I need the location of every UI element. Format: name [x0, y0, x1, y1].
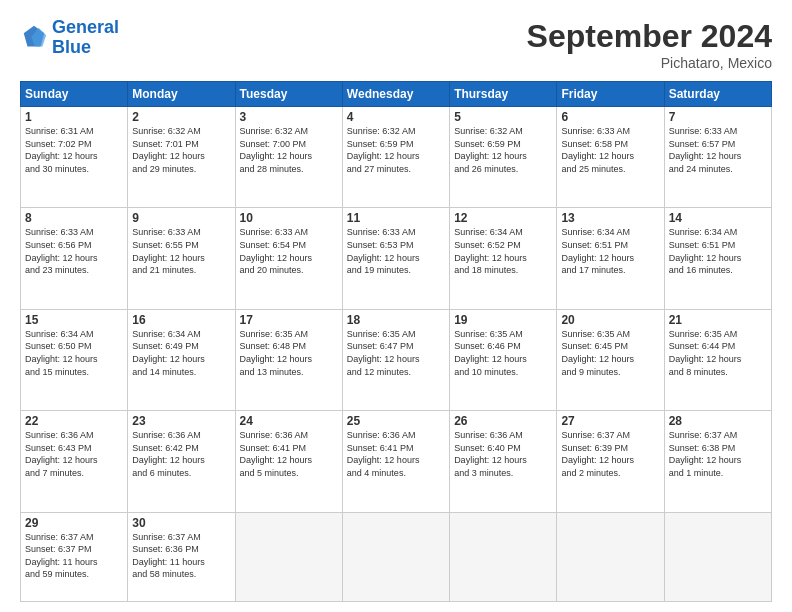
day-info: Sunrise: 6:31 AM Sunset: 7:02 PM Dayligh… — [25, 125, 123, 175]
location: Pichataro, Mexico — [527, 55, 772, 71]
table-row: 15Sunrise: 6:34 AM Sunset: 6:50 PM Dayli… — [21, 309, 128, 410]
table-row: 29Sunrise: 6:37 AM Sunset: 6:37 PM Dayli… — [21, 512, 128, 602]
table-row: 3Sunrise: 6:32 AM Sunset: 7:00 PM Daylig… — [235, 107, 342, 208]
table-row: 11Sunrise: 6:33 AM Sunset: 6:53 PM Dayli… — [342, 208, 449, 309]
day-number: 23 — [132, 414, 230, 428]
day-info: Sunrise: 6:35 AM Sunset: 6:48 PM Dayligh… — [240, 328, 338, 378]
day-info: Sunrise: 6:34 AM Sunset: 6:49 PM Dayligh… — [132, 328, 230, 378]
table-row: 5Sunrise: 6:32 AM Sunset: 6:59 PM Daylig… — [450, 107, 557, 208]
page: General Blue September 2024 Pichataro, M… — [0, 0, 792, 612]
title-area: September 2024 Pichataro, Mexico — [527, 18, 772, 71]
day-info: Sunrise: 6:32 AM Sunset: 7:01 PM Dayligh… — [132, 125, 230, 175]
day-info: Sunrise: 6:34 AM Sunset: 6:52 PM Dayligh… — [454, 226, 552, 276]
day-info: Sunrise: 6:33 AM Sunset: 6:57 PM Dayligh… — [669, 125, 767, 175]
header: General Blue September 2024 Pichataro, M… — [20, 18, 772, 71]
table-row: 16Sunrise: 6:34 AM Sunset: 6:49 PM Dayli… — [128, 309, 235, 410]
day-info: Sunrise: 6:33 AM Sunset: 6:53 PM Dayligh… — [347, 226, 445, 276]
table-row: 4Sunrise: 6:32 AM Sunset: 6:59 PM Daylig… — [342, 107, 449, 208]
table-row: 6Sunrise: 6:33 AM Sunset: 6:58 PM Daylig… — [557, 107, 664, 208]
day-number: 15 — [25, 313, 123, 327]
day-info: Sunrise: 6:33 AM Sunset: 6:54 PM Dayligh… — [240, 226, 338, 276]
table-row: 20Sunrise: 6:35 AM Sunset: 6:45 PM Dayli… — [557, 309, 664, 410]
day-number: 29 — [25, 516, 123, 530]
weekday-header-row: Sunday Monday Tuesday Wednesday Thursday… — [21, 82, 772, 107]
day-info: Sunrise: 6:37 AM Sunset: 6:37 PM Dayligh… — [25, 531, 123, 581]
day-number: 1 — [25, 110, 123, 124]
calendar-week-row: 29Sunrise: 6:37 AM Sunset: 6:37 PM Dayli… — [21, 512, 772, 602]
table-row: 27Sunrise: 6:37 AM Sunset: 6:39 PM Dayli… — [557, 411, 664, 512]
day-number: 11 — [347, 211, 445, 225]
table-row: 24Sunrise: 6:36 AM Sunset: 6:41 PM Dayli… — [235, 411, 342, 512]
day-info: Sunrise: 6:37 AM Sunset: 6:39 PM Dayligh… — [561, 429, 659, 479]
logo-text: General Blue — [52, 18, 119, 58]
calendar-week-row: 22Sunrise: 6:36 AM Sunset: 6:43 PM Dayli… — [21, 411, 772, 512]
table-row — [557, 512, 664, 602]
logo-general: General — [52, 17, 119, 37]
day-number: 5 — [454, 110, 552, 124]
day-number: 20 — [561, 313, 659, 327]
day-number: 25 — [347, 414, 445, 428]
day-number: 9 — [132, 211, 230, 225]
header-tuesday: Tuesday — [235, 82, 342, 107]
day-number: 2 — [132, 110, 230, 124]
table-row: 2Sunrise: 6:32 AM Sunset: 7:01 PM Daylig… — [128, 107, 235, 208]
day-info: Sunrise: 6:37 AM Sunset: 6:38 PM Dayligh… — [669, 429, 767, 479]
day-number: 18 — [347, 313, 445, 327]
day-number: 30 — [132, 516, 230, 530]
header-thursday: Thursday — [450, 82, 557, 107]
day-number: 14 — [669, 211, 767, 225]
day-info: Sunrise: 6:35 AM Sunset: 6:47 PM Dayligh… — [347, 328, 445, 378]
day-info: Sunrise: 6:34 AM Sunset: 6:51 PM Dayligh… — [561, 226, 659, 276]
day-info: Sunrise: 6:32 AM Sunset: 6:59 PM Dayligh… — [347, 125, 445, 175]
table-row: 8Sunrise: 6:33 AM Sunset: 6:56 PM Daylig… — [21, 208, 128, 309]
day-number: 12 — [454, 211, 552, 225]
day-number: 7 — [669, 110, 767, 124]
table-row: 9Sunrise: 6:33 AM Sunset: 6:55 PM Daylig… — [128, 208, 235, 309]
day-number: 16 — [132, 313, 230, 327]
day-number: 27 — [561, 414, 659, 428]
table-row: 13Sunrise: 6:34 AM Sunset: 6:51 PM Dayli… — [557, 208, 664, 309]
day-info: Sunrise: 6:33 AM Sunset: 6:56 PM Dayligh… — [25, 226, 123, 276]
day-info: Sunrise: 6:36 AM Sunset: 6:42 PM Dayligh… — [132, 429, 230, 479]
table-row — [450, 512, 557, 602]
day-number: 6 — [561, 110, 659, 124]
table-row: 19Sunrise: 6:35 AM Sunset: 6:46 PM Dayli… — [450, 309, 557, 410]
day-info: Sunrise: 6:34 AM Sunset: 6:51 PM Dayligh… — [669, 226, 767, 276]
day-info: Sunrise: 6:35 AM Sunset: 6:45 PM Dayligh… — [561, 328, 659, 378]
table-row: 21Sunrise: 6:35 AM Sunset: 6:44 PM Dayli… — [664, 309, 771, 410]
day-number: 26 — [454, 414, 552, 428]
table-row: 14Sunrise: 6:34 AM Sunset: 6:51 PM Dayli… — [664, 208, 771, 309]
logo: General Blue — [20, 18, 119, 58]
day-number: 19 — [454, 313, 552, 327]
table-row: 10Sunrise: 6:33 AM Sunset: 6:54 PM Dayli… — [235, 208, 342, 309]
day-info: Sunrise: 6:35 AM Sunset: 6:46 PM Dayligh… — [454, 328, 552, 378]
calendar-week-row: 8Sunrise: 6:33 AM Sunset: 6:56 PM Daylig… — [21, 208, 772, 309]
day-info: Sunrise: 6:36 AM Sunset: 6:41 PM Dayligh… — [240, 429, 338, 479]
day-info: Sunrise: 6:36 AM Sunset: 6:40 PM Dayligh… — [454, 429, 552, 479]
day-number: 17 — [240, 313, 338, 327]
day-number: 8 — [25, 211, 123, 225]
table-row: 28Sunrise: 6:37 AM Sunset: 6:38 PM Dayli… — [664, 411, 771, 512]
table-row: 23Sunrise: 6:36 AM Sunset: 6:42 PM Dayli… — [128, 411, 235, 512]
header-sunday: Sunday — [21, 82, 128, 107]
table-row: 30Sunrise: 6:37 AM Sunset: 6:36 PM Dayli… — [128, 512, 235, 602]
calendar-table: Sunday Monday Tuesday Wednesday Thursday… — [20, 81, 772, 602]
day-info: Sunrise: 6:33 AM Sunset: 6:55 PM Dayligh… — [132, 226, 230, 276]
day-number: 28 — [669, 414, 767, 428]
day-info: Sunrise: 6:34 AM Sunset: 6:50 PM Dayligh… — [25, 328, 123, 378]
header-saturday: Saturday — [664, 82, 771, 107]
day-number: 10 — [240, 211, 338, 225]
table-row: 25Sunrise: 6:36 AM Sunset: 6:41 PM Dayli… — [342, 411, 449, 512]
day-number: 24 — [240, 414, 338, 428]
header-friday: Friday — [557, 82, 664, 107]
day-info: Sunrise: 6:33 AM Sunset: 6:58 PM Dayligh… — [561, 125, 659, 175]
table-row: 17Sunrise: 6:35 AM Sunset: 6:48 PM Dayli… — [235, 309, 342, 410]
table-row: 22Sunrise: 6:36 AM Sunset: 6:43 PM Dayli… — [21, 411, 128, 512]
day-number: 4 — [347, 110, 445, 124]
day-info: Sunrise: 6:36 AM Sunset: 6:43 PM Dayligh… — [25, 429, 123, 479]
table-row: 26Sunrise: 6:36 AM Sunset: 6:40 PM Dayli… — [450, 411, 557, 512]
logo-blue: Blue — [52, 37, 91, 57]
day-number: 21 — [669, 313, 767, 327]
month-title: September 2024 — [527, 18, 772, 55]
header-wednesday: Wednesday — [342, 82, 449, 107]
